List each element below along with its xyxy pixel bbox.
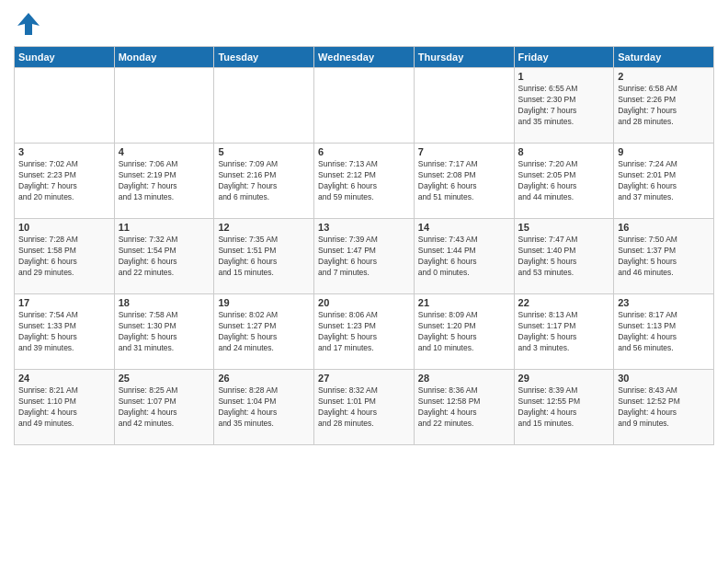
day-cell-2: [214, 68, 314, 144]
day-cell-28: 24Sunrise: 8:21 AM Sunset: 1:10 PM Dayli…: [15, 370, 115, 445]
day-number: 13: [318, 222, 410, 233]
day-cell-33: 29Sunrise: 8:39 AM Sunset: 12:55 PM Dayl…: [514, 370, 614, 445]
day-cell-22: 18Sunrise: 7:58 AM Sunset: 1:30 PM Dayli…: [114, 294, 214, 370]
day-number: 1: [518, 71, 610, 82]
day-cell-17: 13Sunrise: 7:39 AM Sunset: 1:47 PM Dayli…: [314, 219, 415, 294]
day-number: 17: [18, 297, 110, 308]
calendar-header: SundayMondayTuesdayWednesdayThursdayFrid…: [15, 47, 714, 68]
week-row-2: 10Sunrise: 7:28 AM Sunset: 1:58 PM Dayli…: [15, 219, 714, 294]
calendar-body: 1Sunrise: 6:55 AM Sunset: 2:30 PM Daylig…: [15, 68, 714, 445]
day-cell-15: 11Sunrise: 7:32 AM Sunset: 1:54 PM Dayli…: [114, 219, 214, 294]
day-info: Sunrise: 7:28 AM Sunset: 1:58 PM Dayligh…: [18, 235, 110, 279]
day-cell-27: 23Sunrise: 8:17 AM Sunset: 1:13 PM Dayli…: [614, 294, 714, 370]
day-info: Sunrise: 8:02 AM Sunset: 1:27 PM Dayligh…: [218, 310, 310, 354]
header-cell-tuesday: Tuesday: [214, 47, 314, 68]
day-cell-25: 21Sunrise: 8:09 AM Sunset: 1:20 PM Dayli…: [414, 294, 514, 370]
day-number: 9: [618, 146, 710, 157]
day-number: 7: [418, 146, 510, 157]
day-info: Sunrise: 7:58 AM Sunset: 1:30 PM Dayligh…: [119, 310, 210, 354]
day-cell-32: 28Sunrise: 8:36 AM Sunset: 12:58 PM Dayl…: [414, 370, 514, 445]
day-info: Sunrise: 7:20 AM Sunset: 2:05 PM Dayligh…: [518, 159, 610, 203]
day-info: Sunrise: 8:36 AM Sunset: 12:58 PM Daylig…: [418, 385, 510, 430]
day-number: 16: [618, 222, 710, 233]
day-cell-23: 19Sunrise: 8:02 AM Sunset: 1:27 PM Dayli…: [214, 294, 314, 370]
day-info: Sunrise: 7:47 AM Sunset: 1:40 PM Dayligh…: [518, 235, 610, 279]
day-info: Sunrise: 7:24 AM Sunset: 2:01 PM Dayligh…: [618, 159, 710, 203]
day-cell-29: 25Sunrise: 8:25 AM Sunset: 1:07 PM Dayli…: [114, 370, 214, 445]
header-cell-monday: Monday: [114, 47, 214, 68]
day-info: Sunrise: 7:17 AM Sunset: 2:08 PM Dayligh…: [418, 159, 510, 203]
day-cell-18: 14Sunrise: 7:43 AM Sunset: 1:44 PM Dayli…: [414, 219, 514, 294]
day-cell-34: 30Sunrise: 8:43 AM Sunset: 12:52 PM Dayl…: [614, 370, 714, 445]
day-cell-0: [15, 68, 115, 144]
day-cell-13: 9Sunrise: 7:24 AM Sunset: 2:01 PM Daylig…: [614, 144, 714, 219]
day-info: Sunrise: 7:43 AM Sunset: 1:44 PM Dayligh…: [418, 235, 510, 279]
day-number: 27: [318, 373, 410, 384]
day-cell-30: 26Sunrise: 8:28 AM Sunset: 1:04 PM Dayli…: [214, 370, 314, 445]
day-number: 25: [119, 373, 210, 384]
day-info: Sunrise: 8:39 AM Sunset: 12:55 PM Daylig…: [518, 385, 610, 430]
day-info: Sunrise: 8:25 AM Sunset: 1:07 PM Dayligh…: [119, 385, 210, 430]
day-cell-19: 15Sunrise: 7:47 AM Sunset: 1:40 PM Dayli…: [514, 219, 614, 294]
day-info: Sunrise: 7:54 AM Sunset: 1:33 PM Dayligh…: [18, 310, 110, 354]
day-number: 18: [119, 297, 210, 308]
day-cell-1: [114, 68, 214, 144]
page: SundayMondayTuesdayWednesdayThursdayFrid…: [0, 0, 728, 563]
header: [14, 9, 714, 39]
day-info: Sunrise: 8:43 AM Sunset: 12:52 PM Daylig…: [618, 385, 710, 430]
day-number: 4: [119, 146, 210, 157]
day-info: Sunrise: 7:50 AM Sunset: 1:37 PM Dayligh…: [618, 235, 710, 279]
day-number: 22: [518, 297, 610, 308]
day-cell-16: 12Sunrise: 7:35 AM Sunset: 1:51 PM Dayli…: [214, 219, 314, 294]
day-info: Sunrise: 8:09 AM Sunset: 1:20 PM Dayligh…: [418, 310, 510, 354]
day-info: Sunrise: 8:28 AM Sunset: 1:04 PM Dayligh…: [218, 385, 310, 430]
day-number: 19: [218, 297, 310, 308]
header-cell-wednesday: Wednesday: [314, 47, 415, 68]
day-number: 2: [618, 71, 710, 82]
day-number: 29: [518, 373, 610, 384]
svg-marker-0: [17, 13, 40, 35]
day-info: Sunrise: 8:06 AM Sunset: 1:23 PM Dayligh…: [318, 310, 410, 354]
day-cell-10: 6Sunrise: 7:13 AM Sunset: 2:12 PM Daylig…: [314, 144, 415, 219]
day-info: Sunrise: 7:06 AM Sunset: 2:19 PM Dayligh…: [119, 159, 210, 203]
day-cell-12: 8Sunrise: 7:20 AM Sunset: 2:05 PM Daylig…: [514, 144, 614, 219]
day-cell-9: 5Sunrise: 7:09 AM Sunset: 2:16 PM Daylig…: [214, 144, 314, 219]
day-number: 14: [418, 222, 510, 233]
header-cell-thursday: Thursday: [414, 47, 514, 68]
day-number: 15: [518, 222, 610, 233]
day-info: Sunrise: 8:32 AM Sunset: 1:01 PM Dayligh…: [318, 385, 410, 430]
day-info: Sunrise: 6:55 AM Sunset: 2:30 PM Dayligh…: [518, 84, 610, 128]
day-info: Sunrise: 8:13 AM Sunset: 1:17 PM Dayligh…: [518, 310, 610, 354]
day-number: 23: [618, 297, 710, 308]
day-cell-8: 4Sunrise: 7:06 AM Sunset: 2:19 PM Daylig…: [114, 144, 214, 219]
calendar: SundayMondayTuesdayWednesdayThursdayFrid…: [14, 46, 714, 445]
day-number: 5: [218, 146, 310, 157]
day-cell-24: 20Sunrise: 8:06 AM Sunset: 1:23 PM Dayli…: [314, 294, 415, 370]
day-number: 30: [618, 373, 710, 384]
day-cell-14: 10Sunrise: 7:28 AM Sunset: 1:58 PM Dayli…: [15, 219, 115, 294]
day-cell-5: 1Sunrise: 6:55 AM Sunset: 2:30 PM Daylig…: [514, 68, 614, 144]
header-row: SundayMondayTuesdayWednesdayThursdayFrid…: [15, 47, 714, 68]
day-number: 24: [18, 373, 110, 384]
header-cell-saturday: Saturday: [614, 47, 714, 68]
day-cell-4: [414, 68, 514, 144]
day-info: Sunrise: 7:39 AM Sunset: 1:47 PM Dayligh…: [318, 235, 410, 279]
day-cell-26: 22Sunrise: 8:13 AM Sunset: 1:17 PM Dayli…: [514, 294, 614, 370]
week-row-4: 24Sunrise: 8:21 AM Sunset: 1:10 PM Dayli…: [15, 370, 714, 445]
day-cell-31: 27Sunrise: 8:32 AM Sunset: 1:01 PM Dayli…: [314, 370, 415, 445]
day-number: 26: [218, 373, 310, 384]
day-number: 12: [218, 222, 310, 233]
day-info: Sunrise: 6:58 AM Sunset: 2:26 PM Dayligh…: [618, 84, 710, 128]
day-cell-20: 16Sunrise: 7:50 AM Sunset: 1:37 PM Dayli…: [614, 219, 714, 294]
day-info: Sunrise: 7:02 AM Sunset: 2:23 PM Dayligh…: [18, 159, 110, 203]
day-info: Sunrise: 8:17 AM Sunset: 1:13 PM Dayligh…: [618, 310, 710, 354]
day-number: 11: [119, 222, 210, 233]
day-cell-6: 2Sunrise: 6:58 AM Sunset: 2:26 PM Daylig…: [614, 68, 714, 144]
day-number: 20: [318, 297, 410, 308]
day-cell-3: [314, 68, 415, 144]
day-info: Sunrise: 7:35 AM Sunset: 1:51 PM Dayligh…: [218, 235, 310, 279]
day-info: Sunrise: 7:13 AM Sunset: 2:12 PM Dayligh…: [318, 159, 410, 203]
logo: [14, 9, 48, 39]
week-row-1: 3Sunrise: 7:02 AM Sunset: 2:23 PM Daylig…: [15, 144, 714, 219]
day-number: 3: [18, 146, 110, 157]
